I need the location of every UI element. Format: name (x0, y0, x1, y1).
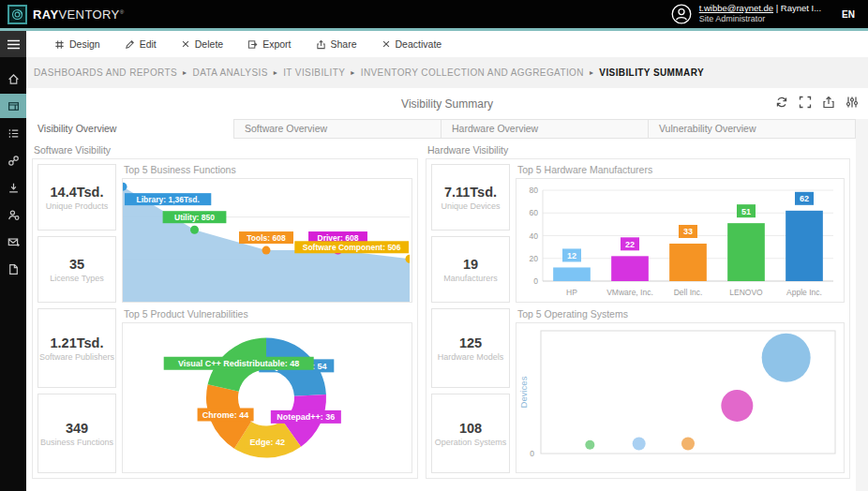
svg-text:Notepad++: 36: Notepad++: 36 (277, 412, 335, 422)
export-button[interactable]: Export (235, 31, 303, 57)
software-stats-top: 14.4Tsd. Unique Products 35 License Type… (37, 164, 116, 303)
hardware-manufacturers-chart-title: Top 5 Hardware Manufacturers (517, 164, 845, 175)
export-up-icon[interactable] (822, 96, 835, 112)
breadcrumb-item-inventory-collection[interactable]: INVENTORY COLLECTION AND AGGREGATION (361, 67, 584, 78)
software-visibility-section: Software Visibility 14.4Tsd. Unique Prod… (32, 142, 418, 479)
brand-logo: RAYVENTORY® (7, 5, 124, 24)
user-block: t.wibbe@raynet.de | Raynet I... Site Adm… (671, 4, 861, 24)
deactivate-label: Deactivate (396, 38, 442, 50)
stat-card-unique-devices: 7.11Tsd. Unique Devices (431, 164, 510, 231)
top-bar: RAYVENTORY® t.wibbe@raynet.de | Raynet I… (0, 0, 868, 28)
dashboard-icon (7, 100, 20, 112)
dashboard-panels: Software Visibility 14.4Tsd. Unique Prod… (26, 139, 856, 479)
sidebar-item-messages[interactable] (0, 230, 26, 254)
svg-text:33: 33 (683, 227, 693, 236)
hardware-stats-top: 7.11Tsd. Unique Devices 19 Manufacturers (431, 164, 510, 303)
operating-systems-chart-title: Top 5 Operating Systems (517, 308, 845, 320)
hardware-visibility-title: Hardware Visibility (427, 144, 850, 156)
user-gear-icon (7, 209, 20, 221)
tab-visibility-overview[interactable]: Visibility Overview (26, 119, 234, 139)
page-actions (775, 96, 868, 112)
stat-card-operation-systems: 108 Operation Systems (431, 394, 510, 473)
language-button[interactable]: EN (829, 9, 861, 20)
svg-text:Apple Inc.: Apple Inc. (786, 288, 822, 297)
list-icon (7, 127, 20, 140)
deactivate-icon (382, 39, 391, 49)
stat-card-license-types: 35 License Types (37, 236, 116, 303)
page-title: Visibility Summary (26, 97, 868, 111)
sidebar-item-downloads[interactable] (0, 175, 26, 200)
breadcrumb-separator: ▸ (590, 68, 593, 77)
edit-icon (125, 39, 135, 50)
svg-text:Edge: 42: Edge: 42 (250, 438, 286, 447)
avatar-icon[interactable] (671, 4, 692, 24)
design-icon (54, 39, 65, 50)
hardware-visibility-panel: 7.11Tsd. Unique Devices 19 Manufacturers (426, 158, 850, 479)
stat-value: 7.11Tsd. (444, 185, 497, 200)
svg-text:Software Component: 506: Software Component: 506 (303, 243, 401, 252)
design-label: Design (69, 38, 100, 50)
tab-hardware-overview[interactable]: Hardware Overview (441, 119, 649, 139)
svg-text:12: 12 (567, 251, 576, 260)
home-icon (7, 73, 20, 85)
breadcrumb-item-visibility-summary: VISIBILITY SUMMARY (599, 67, 704, 78)
sidebar-item-documents[interactable] (0, 257, 26, 281)
product-vulnerabilities-chart: SQL Server: 54Notepad++: 36Edge: 42Chrom… (122, 322, 412, 473)
tab-software-overview[interactable]: Software Overview (233, 119, 441, 139)
svg-text:40: 40 (530, 231, 539, 241)
breadcrumb-item-dashboards-and-reports[interactable]: DASHBOARDS AND REPORTS (34, 67, 177, 78)
refresh-icon[interactable] (775, 96, 788, 112)
svg-text:0: 0 (533, 276, 538, 286)
donut-chart-svg: SQL Server: 54Notepad++: 36Edge: 42Chrom… (123, 323, 410, 472)
toolbar: Design Edit Delete Export Share (26, 31, 868, 57)
stat-card-hardware-models: 125 Hardware Models (431, 308, 510, 388)
stat-card-business-functions: 349 Business Functions (37, 394, 116, 473)
svg-text:Devices: Devices (518, 376, 529, 408)
sidebar-item-reports-list[interactable] (0, 121, 26, 145)
delete-button[interactable]: Delete (169, 31, 235, 57)
sliders-icon[interactable] (846, 96, 859, 112)
edit-button[interactable]: Edit (112, 31, 169, 57)
page-head: Visibility Summary (26, 88, 868, 119)
brand-bold: RAY (33, 7, 58, 22)
stat-label: Business Functions (40, 438, 113, 447)
brand-light: VENTORY (58, 7, 119, 22)
stat-card-manufacturers: 19 Manufacturers (431, 236, 510, 303)
sidebar-item-dashboards[interactable] (0, 94, 26, 118)
tags-link-icon (7, 155, 20, 167)
fullscreen-icon[interactable] (799, 96, 812, 112)
sidebar-item-tags[interactable] (0, 148, 26, 172)
bubble-chart-svg: 0Devices (516, 323, 843, 472)
user-text: t.wibbe@raynet.de | Raynet I... Site Adm… (699, 4, 821, 23)
scrollbar-track[interactable] (856, 119, 868, 491)
breadcrumb-item-data-analysis[interactable]: DATA ANALYSIS (193, 67, 268, 78)
hamburger-menu-icon[interactable] (0, 31, 26, 57)
breadcrumb-item-it-visibility[interactable]: IT VISIBILITY (283, 67, 345, 78)
document-edit-icon (7, 263, 20, 275)
sidebar-item-home[interactable] (0, 67, 26, 91)
svg-text:Visual C++ Redistributable: 48: Visual C++ Redistributable: 48 (178, 359, 299, 368)
stat-value: 19 (463, 257, 478, 272)
design-button[interactable]: Design (42, 31, 112, 57)
main-area: Design Edit Delete Export Share (26, 31, 868, 491)
bar-chart-svg: 02040608012HP22VMware, Inc.33Dell Inc.51… (516, 179, 843, 302)
software-visibility-panel: 14.4Tsd. Unique Products 35 License Type… (32, 158, 418, 479)
tab-vulnerability-overview[interactable]: Vulnerability Overview (648, 119, 856, 139)
stat-label: Manufacturers (443, 274, 498, 283)
svg-text:Driver: 608: Driver: 608 (318, 233, 359, 243)
delete-label: Delete (195, 38, 223, 50)
svg-text:Library: 1,36Tsd.: Library: 1,36Tsd. (136, 195, 199, 204)
breadcrumb-separator: ▸ (183, 68, 187, 77)
user-role: Site Administrator (699, 14, 821, 23)
share-button[interactable]: Share (304, 31, 369, 57)
deactivate-button[interactable]: Deactivate (369, 31, 455, 57)
user-email-link[interactable]: t.wibbe@raynet.de (699, 3, 773, 13)
operating-systems-chart: 0Devices (516, 322, 845, 473)
stat-value: 108 (459, 421, 482, 436)
product-vulnerabilities-chart-title: Top 5 Product Vulnerabilities (124, 308, 412, 320)
sidebar-item-user-management[interactable] (0, 202, 26, 227)
hardware-stats-bottom: 125 Hardware Models 108 Operation System… (431, 308, 510, 473)
svg-text:HP: HP (566, 288, 577, 297)
svg-text:51: 51 (741, 207, 751, 216)
hardware-visibility-section: Hardware Visibility 7.11Tsd. Unique Devi… (426, 142, 850, 479)
